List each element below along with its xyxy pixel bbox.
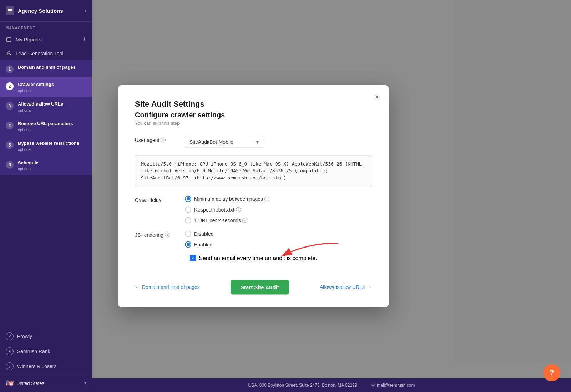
start-site-audit-button[interactable]: Start Site Audit xyxy=(231,280,289,294)
step-6-number: 6 xyxy=(6,161,14,169)
step-5-number: 5 xyxy=(6,141,14,149)
crawl-delay-option-robots[interactable]: Respect robots.txt i xyxy=(185,206,372,213)
crawl-delay-option-one-url[interactable]: 1 URL per 2 seconds i xyxy=(185,217,372,223)
step-2-title: Crawler settings xyxy=(18,82,54,88)
modal-title: Site Audit Settings xyxy=(135,99,372,108)
step-6-title: Schedule xyxy=(18,160,39,166)
crawl-delay-radio-robots[interactable] xyxy=(185,206,191,213)
step-2-content: Crawler settings optional xyxy=(18,82,54,93)
step-4-subtitle: optional xyxy=(18,128,73,132)
wizard-step-6[interactable]: 6 Schedule optional xyxy=(0,156,92,175)
country-name: United States xyxy=(16,381,81,386)
crawl-delay-radio-one-url[interactable] xyxy=(185,217,191,223)
sidebar-chevron-icon: › xyxy=(85,8,86,14)
flag-icon: 🇺🇸 xyxy=(6,379,14,387)
sidebar-header-icon xyxy=(6,6,14,15)
modal-skip-text: You can skip this step xyxy=(135,120,372,126)
step-3-content: Allow/disallow URLs optional xyxy=(18,101,63,112)
sidebar-item-lead-gen[interactable]: Lead Generation Tool xyxy=(0,47,92,60)
user-agent-label: User agent i xyxy=(135,136,185,143)
nav-next-button[interactable]: Allow/disallow URLs → xyxy=(320,284,372,290)
help-button[interactable]: ? xyxy=(543,364,560,381)
sidebar-item-prowly[interactable]: P Prowly xyxy=(0,329,92,344)
wizard-step-4[interactable]: 4 Remove URL parameters optional xyxy=(0,117,92,136)
crawl-delay-robots-info-icon[interactable]: i xyxy=(236,207,241,212)
footer-email: mail@semrush.com xyxy=(377,383,415,388)
svg-rect-3 xyxy=(7,37,11,42)
wizard-steps: 1 Domain and limit of pages 2 Crawler se… xyxy=(0,60,92,175)
user-agent-text-container xyxy=(135,155,372,188)
lead-gen-icon xyxy=(6,50,12,57)
wizard-step-2[interactable]: 2 Crawler settings optional xyxy=(0,77,92,97)
sidebar-title: Agency Solutions xyxy=(18,8,81,14)
wizard-step-1[interactable]: 1 Domain and limit of pages xyxy=(0,60,92,77)
crawl-delay-robots-label: Respect robots.txt i xyxy=(194,207,241,212)
js-rendering-option-enabled[interactable]: Enabled xyxy=(185,241,372,248)
user-agent-control: SiteAuditBot-Mobile ▾ xyxy=(185,136,372,148)
modal: × Site Audit Settings Configure crawler … xyxy=(118,85,389,307)
sidebar-item-my-reports[interactable]: My Reports + xyxy=(0,32,92,47)
footer-address: USA, 800 Boylston Street, Suite 2475, Bo… xyxy=(248,383,357,388)
user-agent-info-icon[interactable]: i xyxy=(161,137,166,142)
management-label: MANAGEMENT xyxy=(0,22,92,32)
step-5-title: Bypass website restrictions xyxy=(18,141,79,147)
user-agent-dropdown[interactable]: SiteAuditBot-Mobile ▾ xyxy=(185,136,263,148)
js-rendering-radio-disabled[interactable] xyxy=(185,230,191,237)
sidebar-item-winners-losers[interactable]: ↕ Winners & Losers xyxy=(0,359,92,374)
nav-back-button[interactable]: ← Domain and limit of pages xyxy=(135,284,200,290)
nav-back-label: Domain and limit of pages xyxy=(142,284,200,290)
sidebar-bottom: P Prowly ★ Semrush Rank ↕ Winners & Lose… xyxy=(0,329,92,392)
sidebar-header[interactable]: Agency Solutions › xyxy=(0,0,92,22)
modal-subtitle-main: Configure crawler settings xyxy=(135,111,372,119)
winners-losers-label: Winners & Losers xyxy=(17,363,56,369)
step-3-number: 3 xyxy=(6,102,14,110)
email-icon: ✉ xyxy=(371,383,375,388)
step-3-subtitle: optional xyxy=(18,108,63,112)
crawl-delay-min-label: Minimum delay between pages i xyxy=(194,196,269,202)
step-2-subtitle: optional xyxy=(18,88,54,93)
email-checkbox-label: Send an email every time an audit is com… xyxy=(199,255,317,261)
sidebar-item-semrush-rank[interactable]: ★ Semrush Rank xyxy=(0,344,92,359)
sidebar: Agency Solutions › MANAGEMENT My Reports… xyxy=(0,0,92,392)
wizard-step-5[interactable]: 5 Bypass website restrictions optional xyxy=(0,136,92,156)
country-chevron-icon: ▾ xyxy=(84,381,86,386)
user-agent-selected: SiteAuditBot-Mobile xyxy=(190,139,233,144)
step-1-title: Domain and limit of pages xyxy=(18,65,76,71)
modal-footer: ← Domain and limit of pages Start Site A… xyxy=(135,273,372,294)
prowly-label: Prowly xyxy=(17,334,32,339)
js-rendering-disabled-label: Disabled xyxy=(194,231,213,236)
nav-next-label: Allow/disallow URLs xyxy=(320,284,365,290)
crawl-delay-radio-min[interactable] xyxy=(185,195,191,202)
crawl-delay-label: Crawl-delay xyxy=(135,195,185,203)
lead-gen-label: Lead Generation Tool xyxy=(16,51,64,56)
user-agent-textarea[interactable] xyxy=(135,155,372,187)
step-4-number: 4 xyxy=(6,122,14,129)
country-selector[interactable]: 🇺🇸 United States ▾ xyxy=(0,374,92,392)
semrush-rank-icon: ★ xyxy=(6,347,14,355)
email-checkbox[interactable]: ✓ xyxy=(190,255,196,261)
step-4-title: Remove URL parameters xyxy=(18,121,73,127)
user-agent-row: User agent i SiteAuditBot-Mobile ▾ xyxy=(135,136,372,148)
step-5-content: Bypass website restrictions optional xyxy=(18,141,79,152)
modal-close-button[interactable]: × xyxy=(372,92,382,102)
crawl-delay-option-min[interactable]: Minimum delay between pages i xyxy=(185,195,372,202)
js-rendering-option-disabled[interactable]: Disabled xyxy=(185,230,372,237)
crawl-delay-options: Minimum delay between pages i Respect ro… xyxy=(185,195,372,223)
nav-next-arrow-icon: → xyxy=(367,284,372,290)
js-rendering-row: JS-rendering i Disabled Enabled xyxy=(135,230,372,248)
prowly-icon: P xyxy=(6,332,14,340)
semrush-rank-label: Semrush Rank xyxy=(17,348,50,354)
dropdown-chevron-icon: ▾ xyxy=(256,139,259,144)
crawl-delay-one-url-info-icon[interactable]: i xyxy=(242,218,247,223)
crawl-delay-row: Crawl-delay Minimum delay between pages … xyxy=(135,195,372,223)
step-5-subtitle: optional xyxy=(18,147,79,152)
js-rendering-info-icon[interactable]: i xyxy=(165,232,170,237)
wizard-step-3[interactable]: 3 Allow/disallow URLs optional xyxy=(0,97,92,117)
js-rendering-radio-enabled[interactable] xyxy=(185,241,191,248)
crawl-delay-min-info-icon[interactable]: i xyxy=(264,196,269,201)
footer-email-container: ✉ mail@semrush.com xyxy=(371,383,415,388)
add-report-icon[interactable]: + xyxy=(82,36,86,43)
my-reports-label: My Reports xyxy=(16,37,41,42)
step-1-number: 1 xyxy=(6,65,14,73)
js-rendering-label: JS-rendering i xyxy=(135,230,185,238)
